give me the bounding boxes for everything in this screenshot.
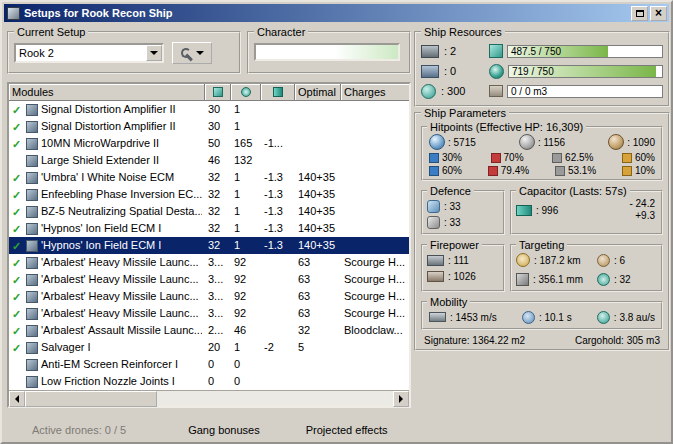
powergrid-bar-row: 719 / 750 [489,61,663,81]
module-row[interactable]: ✓10MN MicroWarpdrive II50165-1... [9,135,409,152]
module-powergrid: 0 [231,356,261,373]
module-name: Enfeebling Phase Inversion EC... [41,186,202,203]
warp-speed-icon [597,311,610,324]
volley-stat: : 111 [427,252,499,268]
module-cap-use [261,271,295,288]
module-charge [341,373,409,390]
armor-defence-icon [427,216,440,229]
close-button[interactable]: × [650,6,667,21]
horizontal-scrollbar[interactable] [9,390,409,406]
module-optimal [295,118,341,135]
module-name: Anti-EM Screen Reinforcer I [41,356,178,373]
cpu-icon [489,44,503,58]
maximize-icon [636,10,644,17]
powergrid-bar: 719 / 750 [508,65,663,78]
column-header-charges-label: Charges [344,86,386,98]
mobility-label: Mobility [427,296,470,308]
setup-dropdown-button[interactable] [146,45,162,61]
active-check-icon: ✓ [12,104,23,116]
module-optimal: 63 [295,271,341,288]
shield-kinetic-resist: 62.5% [565,152,593,163]
module-row[interactable]: ✓'Arbalest' Heavy Missile Launc...3...92… [9,254,409,271]
sensor-strength-value: : 32 [614,274,631,285]
scrollbar-thumb[interactable] [25,391,157,407]
module-row[interactable]: ✓'Umbra' I White Noise ECM321-1.3140+35 [9,169,409,186]
module-name-cell: ✓BZ-5 Neutralizing Spatial Desta... [9,203,205,220]
module-icon [26,189,38,201]
module-row[interactable]: ✓'Hypnos' Ion Field ECM I321-1.3140+35 [9,237,409,254]
explosive-resist-icon [622,166,632,176]
active-check-icon: ✓ [12,172,23,184]
module-row[interactable]: ✓'Arbalest' Heavy Missile Launc...3...92… [9,305,409,322]
module-cpu: 3... [205,288,231,305]
gang-bonuses-section[interactable]: Gang bonuses [188,424,260,436]
shield-explosive-resist: 60% [635,152,655,163]
module-row[interactable]: ✓Signal Distortion Amplifier II301 [9,118,409,135]
shield-em-resist: 30% [442,152,462,163]
ship-parameters-group: Ship Parameters Hitpoints (Effective HP:… [414,107,670,351]
maximize-button[interactable] [631,6,648,21]
armor-defence-value: : 33 [444,217,461,228]
column-header-optimal[interactable]: Optimal [295,84,341,101]
module-row[interactable]: ✓'Arbalest' Heavy Missile Launc...3...92… [9,288,409,305]
module-charge [341,339,409,356]
module-row[interactable]: ✓Enfeebling Phase Inversion EC...321-1.3… [9,186,409,203]
column-header-capacitor[interactable] [261,84,295,101]
scrollbar-track[interactable] [25,391,393,407]
module-cap-use: -1.3 [261,203,295,220]
module-row[interactable]: ✓'Arbalest' Heavy Missile Launc...3...92… [9,271,409,288]
scan-resolution-stat: : 356.1 mm [516,271,597,287]
module-row[interactable]: ✓Low Friction Nozzle Joints I00 [9,373,409,390]
module-row[interactable]: ✓'Hypnos' Ion Field ECM I321-1.3140+35 [9,220,409,237]
warp-speed-stat: : 3.8 au/s [597,309,655,325]
module-cpu: 32 [205,237,231,254]
module-row[interactable]: ✓'Arbalest' Assault Missile Launc...2...… [9,322,409,339]
module-row[interactable]: ✓Salvager I201-25 [9,339,409,356]
scan-resolution-value: : 356.1 mm [533,274,583,285]
setup-tools-button[interactable] [172,42,212,64]
setup-combobox[interactable]: Rook 2 [14,43,164,63]
capacitor-peak-value: +9.3 [629,210,655,222]
module-row[interactable]: ✓Large Shield Extender II46132 [9,152,409,169]
module-name-cell: ✓'Arbalest' Heavy Missile Launc... [9,254,205,271]
max-velocity-stat: : 1453 m/s [429,309,497,325]
module-row[interactable]: ✓BZ-5 Neutralizing Spatial Desta...321-1… [9,203,409,220]
module-name-cell: ✓Signal Distortion Amplifier II [9,118,205,135]
scroll-right-button[interactable] [393,391,409,407]
column-header-charges[interactable]: Charges [341,84,409,101]
module-icon [26,257,38,269]
titlebar[interactable]: Setups for Rook Recon Ship × [4,4,669,22]
firepower-group: Firepower : 111 : 1026 [421,239,505,292]
dropdown-arrow-icon [196,51,204,55]
module-icon [26,342,38,354]
module-optimal: 140+35 [295,169,341,186]
column-header-cpu[interactable] [205,84,231,101]
kinetic-resist-icon [552,153,562,163]
active-drones-section[interactable]: Active drones: 0 / 5 [32,424,126,436]
signature-value: Signature: 1364.22 m2 [424,335,525,346]
module-name: 'Arbalest' Heavy Missile Launc... [41,271,199,288]
projected-effects-section[interactable]: Projected effects [306,424,388,436]
module-cap-use: -1.3 [261,237,295,254]
module-name-cell: ✓'Arbalest' Heavy Missile Launc... [9,271,205,288]
active-check-icon: ✓ [12,291,23,303]
module-powergrid: 165 [231,135,261,152]
column-header-powergrid[interactable] [231,84,261,101]
active-check-icon: ✓ [12,223,23,235]
module-name: Low Friction Nozzle Joints I [41,373,175,390]
module-name-cell: ✓Large Shield Extender II [9,152,205,169]
tools-icon [180,47,193,60]
module-row[interactable]: ✓Signal Distortion Amplifier II301 [9,101,409,118]
module-powergrid: 1 [231,237,261,254]
scroll-left-button[interactable] [9,391,25,407]
module-charge [341,152,409,169]
column-header-modules[interactable]: Modules [9,84,205,101]
eft-setup-window: Setups for Rook Recon Ship × Current Set… [0,0,673,444]
character-input[interactable] [254,43,400,61]
structure-hp-stat: : 1090 [608,134,655,150]
module-row[interactable]: ✓Anti-EM Screen Reinforcer I00 [9,356,409,373]
module-cpu: 32 [205,220,231,237]
modules-rows: ✓Signal Distortion Amplifier II301✓Signa… [9,101,409,390]
ship-resources-group: Ship Resources : 2 : 0 : 300 [414,26,670,107]
module-name-cell: ✓'Arbalest' Heavy Missile Launc... [9,305,205,322]
